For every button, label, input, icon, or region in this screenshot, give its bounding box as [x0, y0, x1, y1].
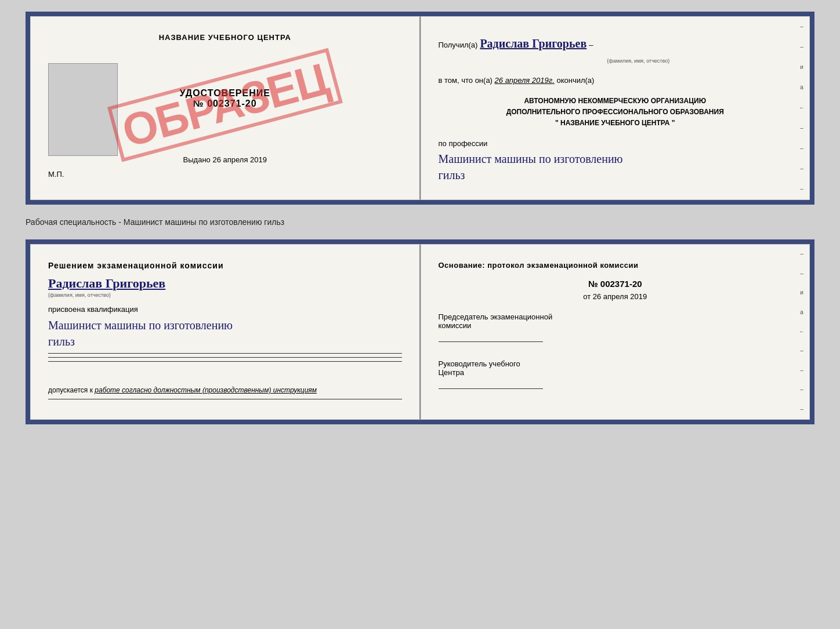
- b-edge-mark-а: а: [800, 310, 803, 315]
- profession-text: Машинист машины по изготовлению гильз: [439, 151, 792, 183]
- resheniem-title: Решением экзаменационной комиссии: [48, 261, 402, 270]
- b-edge-mark-5: –: [800, 387, 803, 392]
- poluchil-label: Получил(а): [439, 38, 478, 52]
- top-left-panel: НАЗВАНИЕ УЧЕБНОГО ЦЕНТРА УДОСТОВЕРЕНИЕ №…: [30, 16, 421, 200]
- vtom-line: в том, что он(а) 26 апреля 2019г. окончи…: [439, 74, 792, 87]
- bottom-right-panel: Основание: протокол экзаменационной коми…: [421, 244, 810, 420]
- fio-caption: (фамилия, имя, отчество): [485, 56, 792, 66]
- predsedatel-line2: комиссии: [439, 321, 792, 330]
- edge-mark-1: –: [800, 24, 803, 30]
- protocol-date-value: 26 апреля 2019: [593, 292, 647, 301]
- bottom-document: Решением экзаменационной комиссии Радисл…: [26, 239, 814, 424]
- profession-line2: гильз: [439, 169, 465, 181]
- cert-number: № 002371-20: [180, 99, 270, 109]
- edge-mark-arrow: ←: [799, 105, 805, 111]
- bottom-fio-caption: (фамилия, имя, отчество): [48, 292, 402, 298]
- bottom-profession-line2: гильз: [48, 335, 75, 348]
- org-line3: " НАЗВАНИЕ УЧЕБНОГО ЦЕНТРА ": [439, 118, 792, 129]
- b-edge-mark-1: –: [800, 251, 803, 257]
- org-line1: АВТОНОМНУЮ НЕКОММЕРЧЕСКУЮ ОРГАНИЗАЦИЮ: [439, 96, 792, 107]
- protocol-date: от 26 апреля 2019: [439, 292, 792, 301]
- b-edge-mark-2: –: [800, 271, 803, 277]
- rukovoditel-block: Руководитель учебного Центра: [439, 359, 792, 389]
- udostoverenie-block: УДОСТОВЕРЕНИЕ № 002371-20: [180, 88, 270, 109]
- recipient-name: Радислав Григорьев: [480, 33, 586, 54]
- b-edge-mark-3: –: [800, 348, 803, 354]
- dopuskaetsya-block: допускается к работе согласно должностны…: [48, 385, 402, 395]
- rukovoditel-line1: Руководитель учебного: [439, 359, 792, 368]
- rukovoditel-line2: Центра: [439, 368, 792, 377]
- line4: [48, 399, 402, 399]
- vydano-line: Выдано 26 апреля 2019: [183, 155, 267, 164]
- bottom-recipient-name: Радислав Григорьев: [48, 276, 402, 291]
- b-edge-mark-arrow: ←: [799, 329, 805, 335]
- bottom-profession-line1: Машинист машины по изготовлению: [48, 319, 233, 332]
- mp-line: М.П.: [48, 170, 64, 179]
- osnovanie-title: Основание: протокол экзаменационной коми…: [439, 261, 792, 270]
- predsedatel-sign-line: [439, 341, 543, 342]
- dash-after-name: –: [589, 38, 593, 52]
- rukovoditel-sign-line: [439, 388, 543, 389]
- line3: [48, 361, 402, 362]
- dopuskaetsya-label: допускается к: [48, 386, 93, 394]
- vydano-label: Выдано: [183, 155, 211, 164]
- udostoverenie-label: УДОСТОВЕРЕНИЕ: [180, 88, 270, 99]
- caption-bar: Рабочая специальность - Машинист машины …: [26, 215, 814, 229]
- bottom-profession: Машинист машины по изготовлению гильз: [48, 317, 402, 350]
- photo-area: [48, 63, 118, 156]
- org-line2: ДОПОЛНИТЕЛЬНОГО ПРОФЕССИОНАЛЬНОГО ОБРАЗО…: [439, 107, 792, 118]
- okonchil-label: окончил(а): [556, 76, 594, 85]
- dopusk-text: работе согласно должностным (производств…: [95, 386, 317, 394]
- completion-date: 26 апреля 2019г.: [495, 76, 555, 85]
- protocol-number: № 002371-20: [439, 279, 792, 289]
- poluchil-line: Получил(а) Радислав Григорьев –: [439, 33, 792, 54]
- org-block: АВТОНОМНУЮ НЕКОММЕРЧЕСКУЮ ОРГАНИЗАЦИЮ ДО…: [439, 96, 792, 129]
- edge-mark-и: и: [800, 64, 803, 70]
- b-edge-mark-6: –: [800, 406, 803, 412]
- bottom-right-edge-marks: – – и а ← – – – –: [796, 245, 807, 419]
- edge-mark-3: –: [800, 125, 803, 131]
- b-edge-mark-4: –: [800, 368, 803, 373]
- right-edge-marks: – – и а ← – – – –: [796, 17, 807, 199]
- top-right-panel: Получил(а) Радислав Григорьев – (фамилия…: [421, 16, 810, 200]
- prisvoena-text: присвоена квалификация: [48, 305, 402, 314]
- b-edge-mark-и: и: [800, 290, 803, 296]
- vydano-date: 26 апреля 2019: [212, 155, 267, 164]
- edge-mark-4: –: [800, 146, 803, 151]
- bottom-left-panel: Решением экзаменационной комиссии Радисл…: [30, 244, 421, 420]
- edge-mark-5: –: [800, 166, 803, 172]
- predsedatel-line1: Председатель экзаменационной: [439, 312, 792, 321]
- edge-mark-6: –: [800, 186, 803, 192]
- top-document: НАЗВАНИЕ УЧЕБНОГО ЦЕНТРА УДОСТОВЕРЕНИЕ №…: [26, 12, 814, 205]
- line2: [48, 357, 402, 358]
- line1: [48, 353, 402, 354]
- professiya-label: по профессии: [439, 137, 792, 150]
- ot-label: от: [583, 292, 591, 301]
- cert-title: НАЗВАНИЕ УЧЕБНОГО ЦЕНТРА: [159, 33, 291, 42]
- edge-mark-а: а: [800, 85, 803, 90]
- profession-line1: Машинист машины по изготовлению: [439, 152, 623, 165]
- edge-mark-2: –: [800, 44, 803, 50]
- predsedatel-block: Председатель экзаменационной комиссии: [439, 312, 792, 342]
- vtom-label: в том, что он(а): [439, 76, 493, 85]
